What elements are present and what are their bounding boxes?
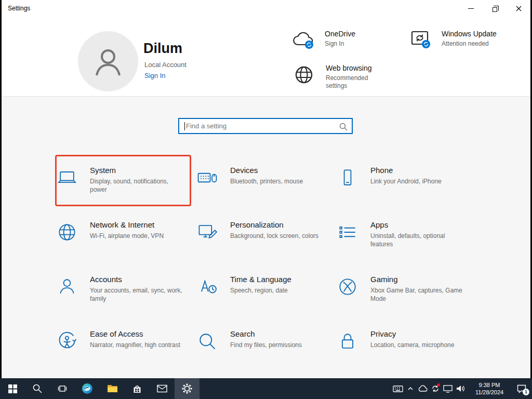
search-input[interactable] [179, 119, 352, 133]
restore-icon [493, 7, 497, 12]
system-tray: 9:38 PM 11/28/2024 1 [392, 378, 532, 399]
task-view-icon [58, 384, 67, 393]
start-button[interactable] [0, 378, 25, 399]
system-icon [56, 166, 78, 189]
category-privacy[interactable]: Privacy Location, camera, microphone [336, 321, 476, 375]
devices-icon [196, 166, 219, 189]
category-desc: Speech, region, date [230, 286, 325, 295]
touch-keyboard-icon [393, 383, 403, 394]
notification-badge: 1 [523, 389, 529, 395]
category-desc: Xbox Game Bar, captures, Game Mode [370, 286, 465, 303]
quick-item-onedrive[interactable]: OneDrive Sign In [291, 30, 355, 51]
settings-gear-icon [181, 382, 193, 395]
phone-icon [336, 166, 359, 189]
category-desc: Your accounts, email, sync, work, family [90, 286, 184, 303]
touch-keyboard-button[interactable] [392, 378, 404, 399]
category-grid: System Display, sound, notifications, po… [56, 157, 477, 375]
display-icon [443, 384, 453, 393]
task-view-button[interactable] [50, 378, 75, 399]
file-explorer-icon [107, 384, 118, 393]
category-title: Time & Language [230, 274, 325, 285]
taskbar: 9:38 PM 11/28/2024 1 [0, 378, 532, 399]
edge-button[interactable] [75, 378, 100, 399]
tray-display-button[interactable] [442, 378, 454, 399]
tray-sync-alert-button[interactable] [429, 378, 442, 399]
time-language-icon [196, 275, 219, 298]
quick-item-subtitle: Recommended settings [326, 74, 378, 90]
store-button[interactable] [125, 378, 150, 399]
category-time-language[interactable]: Time & Language Speech, region, date [196, 266, 336, 321]
apps-list-icon [336, 221, 359, 244]
ease-of-access-icon [56, 330, 78, 353]
quick-item-title: Web browsing [326, 64, 378, 72]
taskbar-search-icon [33, 384, 42, 393]
settings-search-box [178, 118, 353, 134]
gaming-xbox-icon [336, 275, 359, 298]
avatar [78, 31, 138, 91]
minimize-button[interactable] [459, 0, 483, 17]
quick-item-web-browsing[interactable]: Web browsing Recommended settings [292, 64, 378, 90]
alert-red-dot [437, 383, 440, 387]
window-controls [459, 0, 530, 17]
category-title: Apps [370, 220, 465, 230]
tray-overflow-button[interactable] [404, 378, 417, 399]
user-account-type: Local Account [144, 61, 187, 69]
mail-button[interactable] [150, 378, 175, 399]
settings-taskbar-button[interactable] [175, 378, 200, 399]
cloud-icon [418, 385, 428, 392]
category-desc: Wi-Fi, airplane mode, VPN [90, 232, 184, 240]
personalization-icon [196, 221, 219, 244]
clock-time: 9:38 PM [471, 381, 508, 389]
quick-item-windows-update[interactable]: Windows Update Attention needed [408, 30, 497, 51]
category-title: Network & Internet [90, 220, 184, 230]
category-title: Phone [370, 165, 465, 176]
category-ease-of-access[interactable]: Ease of Access Narrator, magnifier, high… [56, 321, 196, 375]
mail-icon [157, 384, 167, 393]
user-sign-in-link[interactable]: Sign In [144, 72, 165, 79]
category-title: Accounts [90, 274, 184, 285]
web-browsing-globe-icon [292, 64, 318, 86]
category-personalization[interactable]: Personalization Background, lock screen,… [196, 211, 336, 266]
quick-item-title: Windows Update [442, 30, 497, 38]
accounts-person-icon [56, 275, 78, 298]
category-desc: Bluetooth, printers, mouse [230, 177, 325, 185]
category-gaming[interactable]: Gaming Xbox Game Bar, captures, Game Mod… [336, 266, 476, 321]
edge-icon [82, 383, 93, 394]
file-explorer-button[interactable] [100, 378, 125, 399]
tray-volume-button[interactable] [454, 378, 467, 399]
quick-item-subtitle: Sign In [325, 40, 355, 48]
network-globe-icon [56, 221, 78, 244]
category-title: Gaming [370, 274, 465, 285]
category-apps[interactable]: Apps Uninstall, defaults, optional featu… [336, 211, 476, 266]
action-center-button[interactable]: 1 [511, 378, 532, 399]
taskbar-clock[interactable]: 9:38 PM 11/28/2024 [471, 381, 508, 396]
category-desc: Display, sound, notifications, power [90, 177, 184, 194]
category-title: Devices [230, 165, 325, 176]
privacy-lock-icon [336, 330, 359, 353]
category-desc: Location, camera, microphone [370, 341, 465, 349]
category-devices[interactable]: Devices Bluetooth, printers, mouse [196, 157, 336, 211]
windows-update-icon [408, 30, 434, 51]
category-network-internet[interactable]: Network & Internet Wi-Fi, airplane mode,… [56, 211, 196, 266]
category-accounts[interactable]: Accounts Your accounts, email, sync, wor… [56, 266, 196, 321]
search-icon [339, 123, 348, 131]
quick-item-subtitle: Attention needed [442, 40, 497, 48]
tray-cloud-button[interactable] [417, 378, 429, 399]
category-title: Privacy [370, 329, 465, 339]
category-desc: Link your Android, iPhone [370, 177, 465, 185]
category-desc: Uninstall, defaults, optional features [370, 232, 465, 248]
category-title: System [90, 165, 184, 176]
title-bar: Settings [2, 0, 530, 17]
category-system[interactable]: System Display, sound, notifications, po… [56, 157, 196, 211]
category-title: Ease of Access [90, 329, 184, 339]
window-title: Settings [8, 5, 30, 12]
user-silhouette-icon [90, 43, 126, 79]
category-title: Search [230, 329, 325, 339]
chevron-up-icon [407, 385, 414, 392]
close-button[interactable] [507, 0, 530, 17]
restore-button[interactable] [483, 0, 507, 17]
category-phone[interactable]: Phone Link your Android, iPhone [336, 157, 476, 211]
category-search[interactable]: Search Find my files, permissions [196, 321, 336, 375]
store-icon [132, 383, 142, 394]
taskbar-search-button[interactable] [25, 378, 50, 399]
